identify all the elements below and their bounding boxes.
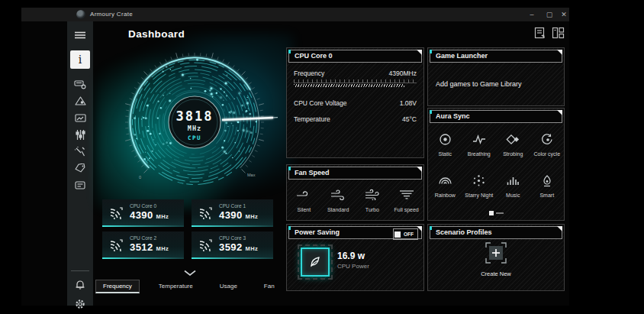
frequency-ruler bbox=[294, 79, 417, 87]
cpu-gauge-svg: 3818 MHz CPU 0 Max bbox=[107, 41, 282, 203]
sidebar-item-dashboard[interactable]: i bbox=[70, 50, 90, 69]
create-new-label: Create New bbox=[428, 270, 564, 277]
aura-effects-icon bbox=[75, 96, 86, 106]
breathing-icon bbox=[462, 128, 497, 151]
gauge-unit: MHz bbox=[188, 125, 201, 132]
page-indicator-inactive bbox=[496, 212, 504, 214]
news-feed-button[interactable] bbox=[534, 27, 547, 40]
cpu-core-panel: CPU Core 0 Frequency4390MHz CPU Core Vol… bbox=[286, 47, 424, 158]
tile-label: CPU Core 3 bbox=[219, 235, 246, 241]
tab-temperature[interactable]: Temperature bbox=[151, 280, 201, 293]
tile-value: 4390 MHz bbox=[219, 209, 258, 221]
cpu-core-3-tile: CPU Core 3 3592 MHz bbox=[192, 231, 273, 259]
aura-mode-breathing[interactable]: Breathing bbox=[462, 128, 497, 169]
minimize-button[interactable]: – bbox=[526, 9, 538, 20]
news-card-icon bbox=[75, 181, 85, 189]
game-launcher-panel: Game Launcher Add games to Game Library bbox=[427, 47, 565, 106]
maximize-button[interactable]: ▢ bbox=[543, 9, 555, 20]
info-icon: i bbox=[79, 53, 82, 66]
chevron-down-icon bbox=[183, 266, 197, 279]
aura-mode-music[interactable]: Music bbox=[496, 169, 530, 210]
gauge-max-label: Max bbox=[247, 173, 256, 177]
aura-mode-static[interactable]: Static bbox=[428, 128, 462, 169]
scenario-profiles-panel-header[interactable]: Scenario Profiles bbox=[430, 226, 562, 239]
sidebar-item-news[interactable] bbox=[67, 177, 93, 193]
gauge-min-label: 0 bbox=[139, 175, 141, 180]
game-launcher-panel-header[interactable]: Game Launcher bbox=[430, 50, 562, 63]
gauge-value: 3818 bbox=[176, 108, 214, 124]
smart-icon bbox=[530, 169, 565, 193]
title-bar: Armoury Crate – ▢ ✕ bbox=[21, 8, 569, 21]
gear-icon bbox=[75, 299, 85, 309]
aura-sync-panel: Aura Sync Static Breathing Strobing Colo… bbox=[427, 108, 565, 221]
notifications-button[interactable] bbox=[67, 277, 93, 292]
layout-settings-button[interactable] bbox=[552, 27, 565, 40]
tab-fan[interactable]: Fan bbox=[256, 280, 282, 293]
news-feed-icon bbox=[534, 29, 546, 42]
wind-full-speed-icon bbox=[398, 189, 415, 202]
frequency-waves-icon bbox=[108, 237, 124, 257]
wallpaper-icon bbox=[75, 114, 86, 122]
gauge-cpu-label: CPU bbox=[188, 134, 201, 141]
cpu-frequency-gauge: 3818 MHz CPU 0 Max bbox=[107, 41, 282, 203]
cpu-power-value: 16.9 w bbox=[337, 251, 365, 261]
tile-label: CPU Core 0 bbox=[130, 203, 156, 209]
tag-icon bbox=[75, 163, 85, 173]
tab-frequency[interactable]: Frequency bbox=[95, 280, 140, 293]
sliders-icon bbox=[76, 130, 85, 140]
frequency-waves-icon bbox=[197, 237, 214, 257]
tab-usage[interactable]: Usage bbox=[212, 280, 245, 293]
menu-button[interactable] bbox=[67, 28, 93, 43]
screen: { "accent": {"teal": "#2fd8d8"}, "window… bbox=[0, 0, 644, 314]
expand-cores-button[interactable] bbox=[183, 266, 197, 273]
aura-pagination[interactable] bbox=[428, 211, 564, 215]
cpu-power-chip-icon bbox=[301, 248, 330, 277]
close-button[interactable]: ✕ bbox=[558, 9, 570, 20]
strobing-icon bbox=[496, 128, 530, 151]
tile-value: 4390 MHz bbox=[130, 209, 169, 221]
aura-modes: Static Breathing Strobing Color cycle Ra… bbox=[428, 125, 564, 210]
sidebar-item-featured[interactable] bbox=[67, 160, 93, 176]
sidebar-item-tools[interactable] bbox=[67, 144, 93, 159]
aura-mode-smart[interactable]: Smart bbox=[530, 169, 565, 210]
tile-value: 3512 MHz bbox=[130, 241, 169, 253]
fan-mode-full-speed[interactable]: Full speed bbox=[389, 189, 423, 212]
sidebar-item-aura-effects[interactable] bbox=[67, 93, 93, 108]
cpu-core-panel-header[interactable]: CPU Core 0 bbox=[288, 50, 422, 63]
rog-logo-icon bbox=[76, 10, 85, 19]
window-title: Armoury Crate bbox=[90, 11, 133, 18]
game-launcher-message: Add games to Game Library bbox=[436, 80, 522, 88]
sidebar-item-macro[interactable] bbox=[67, 127, 93, 142]
music-bars-icon bbox=[496, 169, 530, 193]
starry-night-icon bbox=[462, 169, 497, 193]
create-new-button[interactable] bbox=[485, 254, 507, 267]
sidebar-item-scenario[interactable] bbox=[67, 110, 93, 125]
fan-mode-standard[interactable]: Standard bbox=[321, 189, 356, 212]
sidebar-item-devices[interactable] bbox=[67, 76, 93, 92]
scenario-profiles-panel: Scenario Profiles Create New bbox=[427, 224, 565, 291]
bell-icon bbox=[75, 280, 85, 290]
fan-mode-silent[interactable]: Silent bbox=[287, 189, 321, 212]
aura-mode-strobing[interactable]: Strobing bbox=[496, 128, 530, 169]
aura-mode-color-cycle[interactable]: Color cycle bbox=[530, 128, 565, 169]
cpu-core-1-tile: CPU Core 1 4390 MHz bbox=[192, 199, 273, 227]
frequency-waves-icon bbox=[108, 205, 124, 225]
tile-value: 3592 MHz bbox=[219, 241, 258, 253]
static-icon bbox=[428, 128, 462, 151]
aura-mode-starry-night[interactable]: Starry Night bbox=[462, 169, 497, 210]
wind-turbo-icon bbox=[364, 189, 381, 202]
fan-speed-panel-header[interactable]: Fan Speed bbox=[288, 167, 422, 180]
power-saving-panel: Power Saving OFF 16.9 w CPU Power bbox=[286, 224, 424, 291]
aura-mode-rainbow[interactable]: Rainbow bbox=[428, 169, 462, 210]
fan-mode-turbo[interactable]: Turbo bbox=[356, 189, 390, 212]
sidebar: i bbox=[67, 21, 93, 306]
tools-icon bbox=[75, 147, 85, 157]
tile-label: CPU Core 1 bbox=[219, 203, 246, 209]
temperature-row: Temperature45°C bbox=[287, 115, 423, 123]
voltage-row: CPU Core Voltage1.08V bbox=[287, 99, 423, 107]
frequency-waves-icon bbox=[197, 205, 214, 225]
aura-sync-panel-header[interactable]: Aura Sync bbox=[430, 110, 562, 123]
page-indicator-active bbox=[489, 211, 494, 215]
power-saving-toggle[interactable]: OFF bbox=[393, 228, 418, 240]
settings-button[interactable] bbox=[67, 296, 93, 312]
